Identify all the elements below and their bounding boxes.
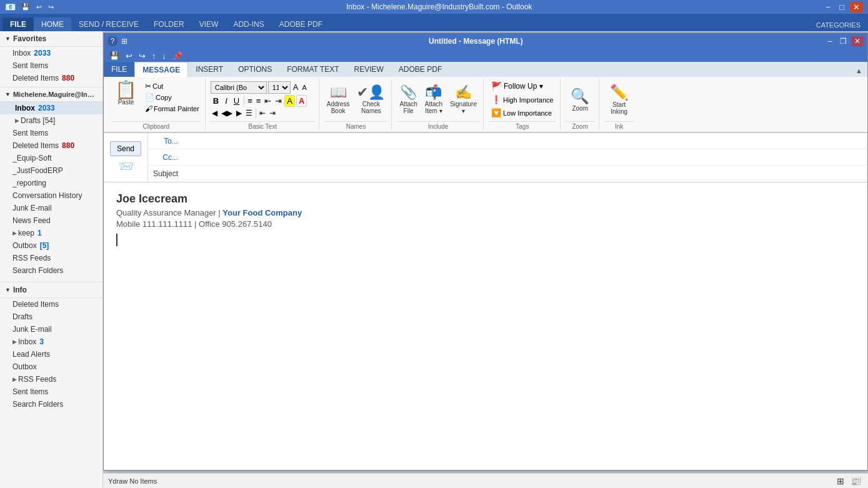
email-body[interactable]: Joe Icecream Quality Assurance Manager |… [104,182,867,470]
info-section-header[interactable]: ▼ Info [0,282,102,298]
sidebar-item-sent[interactable]: Sent Items [0,127,102,139]
align-center-btn[interactable]: ◀▶ [220,108,234,118]
minimize-btn[interactable]: − [823,2,834,12]
to-input[interactable] [183,136,867,147]
font-name-select[interactable]: Calibri (Bo [211,81,267,94]
attach-file-button[interactable]: 📎 AttachFile [397,82,419,116]
sidebar-item-deleted[interactable]: Deleted Items 880 [0,139,102,152]
sidebar-item-keep[interactable]: ▶ keep 1 [0,227,102,239]
low-importance-button[interactable]: 🔽 Low Importance [489,107,556,119]
compose-tab-file[interactable]: FILE [104,62,134,77]
favorites-section-header[interactable]: ▼ Favorites [0,31,102,47]
compose-reading-icon[interactable]: ⊞ [121,37,127,46]
qa-save-icon[interactable]: 💾 [107,51,121,61]
view-normal-icon[interactable]: ⊞ [835,476,846,487]
qa-redo-icon[interactable]: ↪ [137,51,147,61]
compose-tab-format-text[interactable]: FORMAT TEXT [279,62,346,77]
sidebar-info-rss[interactable]: ▶ RSS Feeds [0,373,102,386]
cc-input[interactable] [183,152,867,163]
highlight-color-btn[interactable]: A [284,95,295,107]
signature-button[interactable]: ✍ Signature▾ [447,82,479,116]
sidebar-item-drafts[interactable]: ▶ Drafts [54] [0,114,102,127]
sidebar-item-conv-history[interactable]: Conversation History [0,189,102,202]
sidebar-item-justfooderp[interactable]: _JustFoodERP [0,164,102,177]
increase-indent-btn[interactable]: ⇥ [274,96,283,106]
send-button[interactable]: Send [110,141,141,156]
bullet-list-btn[interactable]: ≡ [246,96,254,106]
compose-restore-btn[interactable]: ❐ [837,36,850,46]
close-btn[interactable]: ✕ [850,2,863,12]
high-importance-button[interactable]: ❗ High Importance [489,94,556,106]
tab-file[interactable]: FILE [2,17,34,31]
copy-button[interactable]: 📄 Copy [143,92,201,102]
start-inking-button[interactable]: ✏️ Start Inking [607,82,632,117]
cut-button[interactable]: ✂ Cut [143,81,201,91]
compose-minimize-btn[interactable]: − [824,36,836,46]
sidebar-item-search-folders[interactable]: Search Folders [0,264,102,277]
qa-up-icon[interactable]: ↑ [150,51,158,61]
underline-btn[interactable]: U [231,95,242,107]
follow-up-button[interactable]: 🚩 Follow Up ▾ [489,80,556,92]
compose-close-btn[interactable]: ✕ [851,36,864,46]
sidebar-info-drafts[interactable]: Drafts [0,311,102,323]
ribbon-collapse-btn[interactable]: ▲ [851,64,867,77]
attach-item-button[interactable]: 📬 AttachItem ▾ [422,82,445,116]
to-button[interactable]: To... [148,137,183,146]
font-size-select[interactable]: 11 [268,81,291,94]
view-reading-icon[interactable]: 📰 [849,476,863,487]
subject-input[interactable] [183,168,867,180]
redo-icon[interactable]: ↪ [46,2,56,12]
account-section-header[interactable]: ▼ Michelene.Maguire@Indi... [0,87,102,102]
decrease-indent-btn[interactable]: ⇤ [263,96,272,106]
sidebar-item-equip-soft[interactable]: _Equip-Soft [0,152,102,164]
align-right-btn[interactable]: ▶ [235,108,243,118]
font-shrink-btn[interactable]: A [301,83,307,92]
format-painter-button[interactable]: 🖌 Format Painter [143,104,201,114]
check-names-button[interactable]: ✔👤 CheckNames [354,82,387,116]
sidebar-item-inbox[interactable]: Inbox 2033 [0,102,102,114]
sidebar-info-search[interactable]: Search Folders [0,398,102,411]
cc-button[interactable]: Cc... [148,153,183,162]
decrease-indent2-btn[interactable]: ⇤ [258,108,267,118]
zoom-button[interactable]: 🔍 Zoom [567,86,592,114]
sidebar-item-reporting[interactable]: _reporting [0,177,102,189]
sidebar-item-sent-fav[interactable]: Sent Items [0,59,102,72]
qa-pin-icon[interactable]: 📌 [171,51,184,61]
compose-tab-insert[interactable]: INSERT [188,62,231,77]
italic-btn[interactable]: I [222,95,230,107]
cursor-line[interactable]: @keyframes blink { 50% { opacity: 0; } } [116,234,117,246]
sidebar-item-news-feed[interactable]: News Feed [0,214,102,227]
undo-icon[interactable]: ↩ [34,2,44,12]
sidebar-item-deleted-fav[interactable]: Deleted Items 880 [0,72,102,84]
font-color-btn[interactable]: A [296,95,307,107]
sidebar-item-rss[interactable]: RSS Feeds [0,252,102,264]
compose-tab-review[interactable]: REVIEW [347,62,391,77]
tab-send-receive[interactable]: SEND / RECEIVE [71,17,146,31]
sidebar-info-deleted[interactable]: Deleted Items [0,298,102,311]
compose-tab-adobe-pdf[interactable]: ADOBE PDF [391,62,449,77]
sidebar-item-inbox-fav[interactable]: Inbox 2033 [0,47,102,59]
compose-tab-options[interactable]: OPTIONS [231,62,279,77]
qa-undo-icon[interactable]: ↩ [124,51,134,61]
sidebar-item-outbox[interactable]: Outbox [5] [0,239,102,252]
justify-btn[interactable]: ☰ [244,108,254,118]
bold-btn[interactable]: B [211,95,221,107]
sidebar-info-sent[interactable]: Sent Items [0,386,102,398]
paste-button[interactable]: 📋 Paste [111,79,141,108]
tab-add-ins[interactable]: ADD-INS [226,17,271,31]
increase-indent2-btn[interactable]: ⇥ [268,108,277,118]
maximize-btn[interactable]: □ [836,2,847,12]
tab-adobe-pdf[interactable]: ADOBE PDF [272,17,330,31]
sidebar-info-lead-alerts[interactable]: Lead Alerts [0,348,102,361]
compose-help-icon[interactable]: ? [107,36,117,46]
align-left-btn[interactable]: ◀ [211,108,219,118]
tab-folder[interactable]: FOLDER [146,17,192,31]
compose-tab-message[interactable]: MESSAGE [134,62,188,77]
numbered-list-btn[interactable]: ≡ [255,96,262,106]
save-icon[interactable]: 💾 [19,2,32,12]
sidebar-info-outbox[interactable]: Outbox [0,361,102,373]
tab-home[interactable]: HOME [34,17,71,31]
address-book-button[interactable]: 📖 AddressBook [324,82,352,116]
sidebar-info-inbox[interactable]: ▶ Inbox 3 [0,336,102,348]
font-grow-btn[interactable]: A [292,82,300,92]
